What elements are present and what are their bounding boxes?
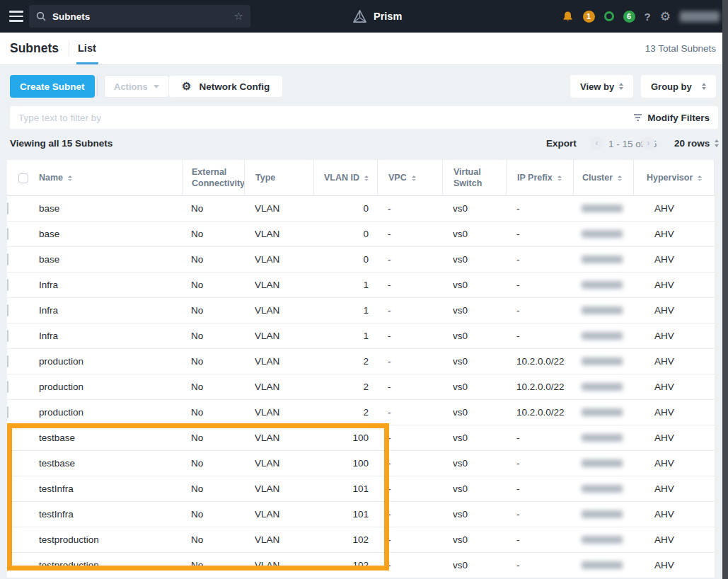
row-checkbox[interactable] — [7, 304, 8, 316]
search-input[interactable] — [52, 11, 234, 22]
health-count-badge[interactable]: 6 — [623, 11, 635, 23]
favorite-star-icon[interactable]: ☆ — [234, 10, 243, 23]
column-header-ip[interactable]: IP Prefix — [506, 160, 573, 196]
cell-type: VLAN — [244, 203, 313, 214]
alerts-bell-icon[interactable] — [562, 11, 574, 23]
cell-name: testbase — [39, 458, 182, 469]
sort-arrows-icon — [618, 176, 622, 181]
cell-ip: - — [506, 483, 573, 494]
rows-per-page-label: 20 rows — [674, 138, 710, 149]
actions-dropdown-button[interactable]: Actions — [104, 75, 169, 98]
cell-vswitch: vs0 — [442, 458, 506, 469]
filter-input[interactable] — [18, 113, 634, 123]
cluster-cell-blurred — [582, 536, 623, 544]
alert-count-badge[interactable]: 1 — [583, 11, 595, 23]
cell-type: VLAN — [244, 331, 313, 341]
column-label: IP Prefix — [517, 173, 553, 184]
user-menu-blurred[interactable] — [680, 11, 720, 22]
brand-label: Prism — [374, 11, 402, 22]
create-subnet-button[interactable]: Create Subnet — [10, 75, 95, 98]
table-row[interactable]: productionNoVLAN2-vs010.2.0.0/22AHV — [7, 400, 715, 425]
help-icon[interactable]: ? — [645, 11, 651, 23]
row-checkbox[interactable] — [7, 381, 8, 393]
table-row[interactable]: testproductionNoVLAN102-vs0-AHV — [7, 527, 715, 553]
cell-cluster — [573, 306, 633, 314]
modify-filters-button[interactable]: Modify Filters — [634, 113, 710, 123]
row-checkbox[interactable] — [7, 534, 8, 546]
cell-vlan: 101 — [313, 509, 377, 520]
row-checkbox[interactable] — [7, 330, 8, 342]
row-checkbox[interactable] — [7, 406, 8, 418]
chevron-right-icon: › — [647, 139, 650, 147]
cell-hyp: AHV — [633, 534, 715, 545]
cell-ext: No — [182, 407, 244, 418]
row-checkbox[interactable] — [7, 432, 8, 444]
pagination-next-button[interactable]: › — [642, 137, 655, 150]
cell-cluster — [573, 536, 633, 544]
column-header-hyp[interactable]: Hypervisor — [633, 160, 715, 196]
column-header-vlan[interactable]: VLAN ID — [313, 160, 377, 196]
sort-arrows-icon — [715, 139, 719, 147]
table-row[interactable]: testbaseNoVLAN100-vs0-AHV — [7, 451, 715, 476]
table-row[interactable]: testInfraNoVLAN101-vs0-AHV — [7, 502, 715, 527]
rows-per-page-selector[interactable]: 20 rows — [674, 138, 719, 149]
sort-arrows-icon — [364, 176, 369, 181]
row-checkbox[interactable] — [7, 559, 8, 571]
health-ring-icon[interactable] — [604, 11, 614, 21]
table-row[interactable]: InfraNoVLAN1-vs0-AHV — [7, 298, 715, 323]
cell-name: production — [39, 356, 182, 367]
group-by-dropdown[interactable]: Group by — [641, 75, 716, 98]
column-label: Hypervisor — [647, 173, 693, 184]
select-all-checkbox[interactable] — [18, 173, 28, 183]
row-checkbox[interactable] — [7, 508, 8, 520]
group-by-label: Group by — [651, 81, 692, 92]
cell-hyp: AHV — [633, 305, 715, 316]
column-header-name[interactable]: Name — [39, 160, 182, 196]
column-header-vpc[interactable]: VPC — [377, 160, 442, 196]
settings-gear-icon[interactable]: ⚙ — [660, 9, 671, 24]
global-search[interactable]: ☆ — [29, 5, 250, 28]
cell-vlan: 1 — [313, 331, 377, 341]
table-row[interactable]: baseNoVLAN0-vs0-AHV — [7, 196, 715, 222]
table-row[interactable]: testInfraNoVLAN101-vs0-AHV — [7, 476, 715, 502]
cell-cluster — [573, 332, 633, 340]
cell-vlan: 2 — [313, 407, 377, 418]
cluster-cell-blurred — [582, 383, 623, 391]
column-header-cluster[interactable]: Cluster — [573, 160, 633, 196]
row-checkbox[interactable] — [7, 253, 8, 265]
cell-cluster — [573, 230, 633, 238]
row-checkbox[interactable] — [7, 228, 8, 240]
tab-list[interactable]: List — [78, 42, 96, 54]
cell-type: VLAN — [244, 305, 313, 316]
row-checkbox[interactable] — [7, 483, 8, 495]
row-checkbox[interactable] — [7, 279, 8, 291]
network-config-button[interactable]: ⚙ Network Config — [168, 75, 283, 98]
row-checkbox[interactable] — [7, 355, 8, 367]
cell-ext: No — [182, 432, 244, 443]
table-row[interactable]: productionNoVLAN2-vs010.2.0.0/22AHV — [7, 349, 715, 374]
table-row[interactable]: productionNoVLAN2-vs010.2.0.0/22AHV — [7, 374, 715, 400]
table-row[interactable]: baseNoVLAN0-vs0-AHV — [7, 222, 715, 247]
cell-type: VLAN — [244, 229, 313, 239]
table-row[interactable]: testproductionNoVLAN102-vs0-AHV — [7, 553, 715, 578]
table-row[interactable]: InfraNoVLAN1-vs0-AHV — [7, 273, 715, 298]
top-navigation-bar: ☆ Prism 1 6 ? ⚙ — [0, 0, 728, 33]
cell-cluster — [573, 357, 633, 365]
cell-cluster — [573, 561, 633, 569]
export-button[interactable]: Export — [546, 138, 577, 149]
hamburger-menu-icon[interactable] — [9, 11, 23, 22]
row-checkbox[interactable] — [7, 457, 8, 469]
network-config-gear-icon: ⚙ — [182, 80, 191, 93]
vertical-scrollbar[interactable] — [722, 0, 728, 579]
cell-name: base — [39, 254, 182, 265]
cell-vlan: 1 — [313, 305, 377, 316]
cell-cluster — [573, 383, 633, 391]
table-row[interactable]: baseNoVLAN0-vs0-AHV — [7, 247, 715, 273]
pagination-prev-button[interactable]: ‹ — [590, 137, 603, 150]
row-checkbox[interactable] — [7, 202, 8, 214]
view-by-dropdown[interactable]: View by — [570, 75, 633, 98]
prism-brand: Prism — [352, 0, 402, 33]
sort-arrows-icon — [557, 176, 562, 181]
table-row[interactable]: testbaseNoVLAN100-vs0-AHV — [7, 425, 715, 451]
table-row[interactable]: InfraNoVLAN1-vs0-AHV — [7, 323, 715, 349]
